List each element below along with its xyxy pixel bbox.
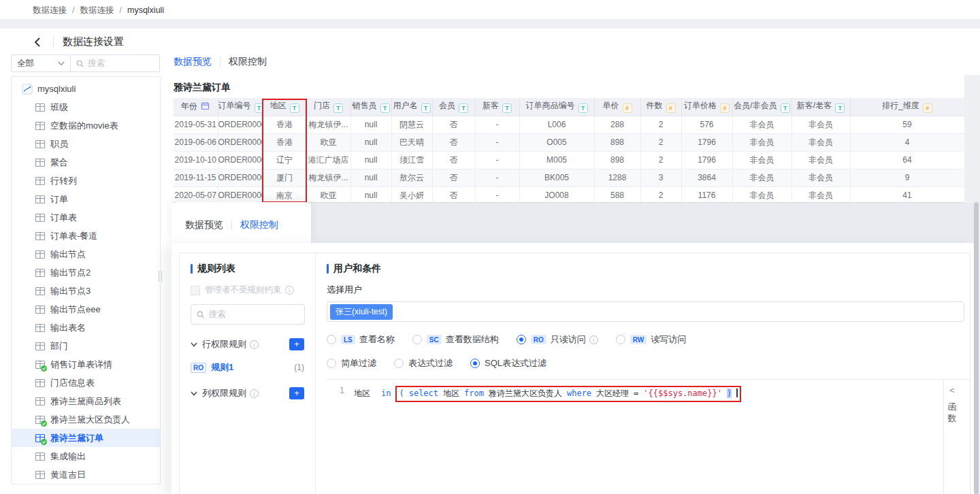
column-header-新客[interactable]: 新客T [475,98,519,116]
table-cell: ORDER0000... [218,116,263,133]
sidebar-item-行转列[interactable]: 行转列 [12,171,160,190]
radio-icon [327,335,336,344]
sidebar-item-雅诗兰黛商品列表[interactable]: 雅诗兰黛商品列表 [12,392,160,410]
table-cell: - [475,116,519,133]
tab-数据预览[interactable]: 数据预览 [174,56,212,68]
table-cell: 非会员 [791,133,850,151]
sidebar-resize-handle[interactable] [159,271,162,282]
table-cell: BK005 [519,169,594,186]
user-select-input[interactable]: 张三(xiuli-test) [327,301,964,322]
column-header-会员[interactable]: 会员T [432,98,475,116]
rule-access-badge: RO [191,363,206,373]
sidebar-item-输出节点3[interactable]: 输出节点3 [12,282,160,300]
radio-icon [394,359,404,368]
column-header-订单编号[interactable]: 订单编号T [218,98,263,116]
table-cell: 非会员 [791,169,850,186]
column-header-件数[interactable]: 件数# [640,98,681,116]
add-row-rule-button[interactable]: + [289,338,304,350]
info-icon: i [589,335,598,344]
filter-option-表达式过滤[interactable]: 表达式过滤 [394,357,453,369]
rule-search[interactable] [191,304,305,325]
filter-option-简单过滤[interactable]: 简单过滤 [327,357,376,369]
sidebar-item-销售订单表详情[interactable]: 销售订单表详情 [12,355,160,374]
row-rules-group[interactable]: 行权限规则 i + [191,338,304,350]
rule-search-input[interactable] [208,310,299,319]
sidebar-item-订单表-餐道[interactable]: 订单表-餐道 [12,227,160,245]
sidebar-item-雅诗兰黛订单[interactable]: 雅诗兰黛订单 [12,429,160,447]
sidebar-item-部门[interactable]: 部门 [12,337,160,355]
panel-tab-权限控制[interactable]: 权限控制 [240,219,278,231]
sidebar-item-黄道吉日[interactable]: 黄道吉日 [12,465,160,484]
sidebar-item-订单表[interactable]: 订单表 [12,208,160,227]
table-cell: 9 [850,169,964,186]
number-type-icon: # [623,103,632,113]
table-cell: 香港 [263,133,306,151]
tab-权限控制[interactable]: 权限控制 [229,56,267,68]
column-header-年份[interactable]: 年份 [174,98,218,116]
rule-item[interactable]: RO 规则1 (1) [191,361,304,374]
breadcrumb-segment[interactable]: 数据连接 [80,5,114,15]
sidebar-item-雅诗兰黛大区负责人[interactable]: 雅诗兰黛大区负责人 [12,410,160,429]
panel-tab-数据预览[interactable]: 数据预览 [185,219,223,231]
column-header-用户名[interactable]: 用户名T [391,98,432,116]
column-label: 订单价格 [684,101,717,110]
col-rules-group[interactable]: 列权限规则 i + [191,387,304,399]
access-option-LS[interactable]: LS查看名称 [327,333,395,346]
sidebar-item-输出节点2[interactable]: 输出节点2 [12,263,160,282]
radio-icon [616,335,625,344]
sidebar-item-聚合[interactable]: 聚合 [12,153,160,171]
sidebar-item-输出节点eee[interactable]: 输出节点eee [12,300,160,318]
column-header-订单商品编号[interactable]: 订单商品编号T [519,98,594,116]
sidebar-item-空数据的movie表[interactable]: 空数据的movie表 [12,116,160,135]
column-header-销售员[interactable]: 销售员T [350,98,391,116]
table-cell: 588 [594,186,640,203]
table-cell: null [350,116,391,133]
sidebar-item-门店信息表[interactable]: 门店信息表 [12,374,160,392]
table-cell: 否 [432,186,475,203]
sidebar-item-label: 门店信息表 [50,377,95,389]
add-col-rule-button[interactable]: + [289,387,304,399]
table-type-select[interactable]: 全部 [11,54,71,72]
sidebar-item-班级[interactable]: 班级 [12,98,160,116]
table-cell: 4 [850,133,964,151]
vertical-scrollbar[interactable] [974,202,979,494]
sidebar-item-label: 订单表-餐道 [50,230,97,242]
column-header-会员/非会员[interactable]: 会员/非会员T [732,98,791,116]
sidebar-search[interactable] [70,54,160,72]
column-header-排行_维度[interactable]: 排行_维度# [850,98,964,116]
sidebar-item-label: 聚合 [50,157,68,169]
access-option-SC[interactable]: SC查看数据结构 [412,333,499,346]
table-cell: 2 [640,133,681,151]
table-icon [35,212,46,223]
table-cell: 须江雪 [391,151,432,169]
sql-expression-editor[interactable]: 1地区in(select地区from雅诗兰黛大区负责人where大区经理='{{… [327,379,970,494]
sidebar-item-职员[interactable]: 职员 [12,135,160,153]
sql-token: 地区 [443,389,459,398]
column-header-单价[interactable]: 单价# [594,98,640,116]
breadcrumb-segment[interactable]: 数据连接 [33,5,67,15]
sidebar-item-订单[interactable]: 订单 [12,190,160,208]
sidebar-item-集成输出[interactable]: 集成输出 [12,447,160,465]
filter-option-SQL表达式过滤[interactable]: SQL表达式过滤 [470,357,546,369]
functions-side-strip[interactable]: < 函数 [943,380,960,494]
sidebar-item-输出节点[interactable]: 输出节点 [12,245,160,263]
sidebar-connection-root[interactable]: mysqlxiuli [12,80,160,98]
sidebar-item-输出表名[interactable]: 输出表名 [12,318,160,337]
sidebar-search-input[interactable] [88,59,154,68]
user-tag[interactable]: 张三(xiuli-test) [330,304,393,320]
text-type-icon: T [255,103,263,113]
column-header-新客/老客[interactable]: 新客/老客T [791,98,850,116]
back-button[interactable] [31,35,45,49]
column-header-地区[interactable]: 地区T [263,98,306,116]
column-label: 单价 [603,101,619,110]
access-option-RO[interactable]: RO只读访问i [517,333,598,346]
sidebar-item-label: mysqlxiuli [37,84,76,94]
column-header-订单价格[interactable]: 订单价格# [681,98,732,116]
column-header-门店[interactable]: 门店T [306,98,350,116]
access-option-RW[interactable]: RW读写访问 [616,333,686,346]
table-cell: 2019-05-31 [174,116,218,133]
table-cell: 2019-10-10 [174,151,218,169]
text-type-icon: T [835,103,845,113]
sidebar-item-label: 雅诗兰黛订单 [50,432,103,444]
table-cell: 欧亚 [306,133,350,151]
